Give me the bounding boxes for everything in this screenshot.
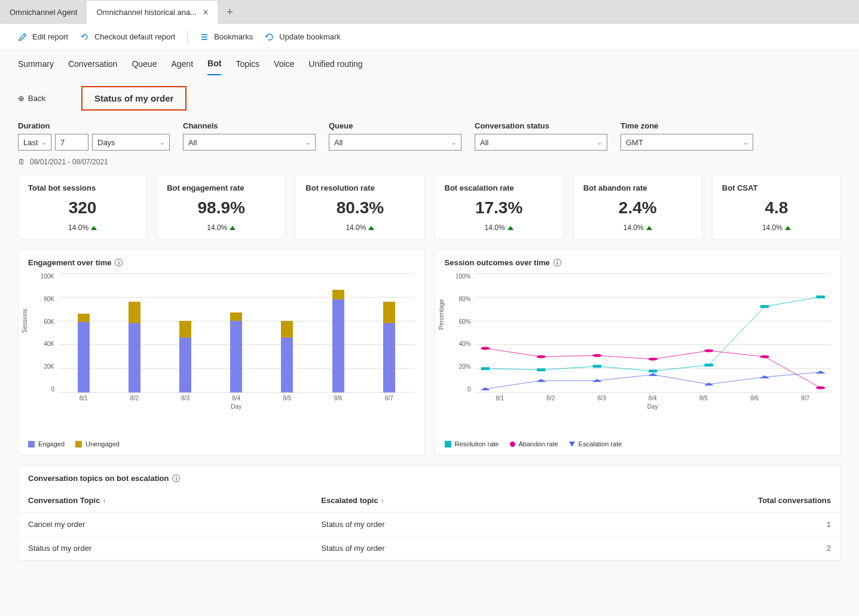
topic-title: Status of my order bbox=[81, 86, 187, 111]
arrow-up-icon bbox=[230, 226, 236, 230]
chart-legend: Resolution rate Abandon rate Escalation … bbox=[445, 440, 832, 448]
filter-label: Time zone bbox=[620, 121, 753, 130]
column-header[interactable]: Total conversations bbox=[562, 489, 840, 513]
cell-topic: Status of my order bbox=[19, 537, 311, 560]
select-value: All bbox=[188, 138, 197, 147]
bar bbox=[78, 314, 90, 393]
escalation-table: Conversation Topic↑ Escalated topic↑ Tot… bbox=[19, 489, 840, 560]
close-icon[interactable]: × bbox=[203, 7, 208, 18]
bookmarks-button[interactable]: Bookmarks bbox=[200, 32, 253, 42]
filter-label: Channels bbox=[183, 121, 316, 130]
filter-status: Conversation status All ⌄ bbox=[475, 121, 607, 151]
kpi-value: 17.3% bbox=[445, 198, 554, 217]
column-header[interactable]: Escalated topic↑ bbox=[311, 489, 562, 513]
back-button[interactable]: ⊕ Back bbox=[18, 94, 45, 103]
date-range-display: 🗓 08/01/2021 - 08/07/2021 bbox=[0, 155, 859, 174]
arrow-up-icon bbox=[785, 226, 791, 230]
kpi-delta: 14.0% bbox=[583, 223, 692, 232]
kpi-title: Bot abandon rate bbox=[583, 183, 692, 192]
chart-body: Sessions 100K80K60K40K20K0 8/18/28/38/48… bbox=[28, 273, 415, 410]
kpi-delta: 14.0% bbox=[445, 223, 554, 232]
svg-rect-5 bbox=[760, 305, 768, 308]
duration-number-input[interactable]: 7 bbox=[55, 134, 88, 151]
svg-point-9 bbox=[592, 354, 602, 357]
filter-timezone: Time zone GMT ⌄ bbox=[620, 121, 753, 151]
legend-item: Abandon rate bbox=[510, 440, 558, 448]
filter-duration: Duration Last ⌄ 7 Days ⌄ bbox=[18, 121, 170, 151]
nav-topics[interactable]: Topics bbox=[236, 59, 259, 75]
filter-label: Conversation status bbox=[475, 121, 607, 130]
cell-escalated: Status of my order bbox=[311, 513, 562, 537]
queue-select[interactable]: All ⌄ bbox=[329, 134, 461, 151]
kpi-row: Total bot sessions 320 14.0% Bot engagem… bbox=[0, 174, 859, 249]
kpi-resolution-rate: Bot resolution rate 80.3% 14.0% bbox=[295, 174, 424, 240]
nav-conversation[interactable]: Conversation bbox=[68, 59, 118, 75]
table-row[interactable]: Cancel my order Status of my order 1 bbox=[19, 513, 840, 537]
chart-body: Percentage 100%80%60%40%20%0 8/18/28/38/… bbox=[445, 273, 832, 410]
legend-swatch-icon bbox=[75, 441, 82, 448]
kpi-value: 320 bbox=[28, 198, 137, 217]
channels-select[interactable]: All ⌄ bbox=[183, 134, 316, 151]
app-tabstrip: Omnichannel Agent Omnichannel historical… bbox=[0, 0, 859, 24]
kpi-delta: 14.0% bbox=[28, 223, 137, 232]
tab-label: Omnichannel historical ana... bbox=[96, 8, 197, 17]
button-label: Update bookmark bbox=[279, 32, 341, 41]
info-icon[interactable]: i bbox=[554, 259, 561, 266]
svg-point-7 bbox=[481, 347, 490, 350]
nav-bot[interactable]: Bot bbox=[207, 59, 221, 75]
nav-agent[interactable]: Agent bbox=[171, 59, 193, 75]
chart-engagement: Engagement over time i Sessions 100K80K6… bbox=[18, 249, 425, 455]
kpi-value: 2.4% bbox=[583, 198, 692, 217]
toolbar-separator bbox=[187, 30, 188, 44]
nav-queue[interactable]: Queue bbox=[132, 59, 157, 75]
cell-total: 2 bbox=[562, 537, 840, 560]
chart-legend: Engaged Unengaged bbox=[28, 440, 415, 448]
sort-asc-icon: ↑ bbox=[381, 497, 384, 504]
timezone-select[interactable]: GMT ⌄ bbox=[620, 134, 753, 151]
duration-last-select[interactable]: Last ⌄ bbox=[18, 134, 51, 151]
edit-report-button[interactable]: Edit report bbox=[18, 32, 68, 42]
chart-title: Engagement over time i bbox=[28, 258, 415, 267]
column-header[interactable]: Conversation Topic↑ bbox=[19, 489, 311, 513]
duration-unit-select[interactable]: Days ⌄ bbox=[92, 134, 170, 151]
svg-point-10 bbox=[648, 357, 658, 360]
kpi-title: Bot resolution rate bbox=[305, 183, 414, 192]
list-icon bbox=[200, 32, 209, 42]
kpi-title: Total bot sessions bbox=[28, 183, 137, 192]
add-tab-button[interactable]: + bbox=[218, 6, 242, 19]
update-bookmark-button[interactable]: Update bookmark bbox=[265, 32, 341, 42]
info-icon[interactable]: i bbox=[115, 259, 123, 266]
info-icon[interactable]: i bbox=[172, 474, 180, 482]
nav-voice[interactable]: Voice bbox=[274, 59, 294, 75]
chart-title: Session outcomes over time i bbox=[445, 258, 832, 267]
chevron-down-icon: ⌄ bbox=[597, 139, 602, 146]
kpi-engagement-rate: Bot engagement rate 98.9% 14.0% bbox=[157, 174, 286, 240]
undo-icon bbox=[80, 32, 90, 42]
header-row: ⊕ Back Status of my order bbox=[0, 75, 859, 121]
filter-label: Queue bbox=[329, 121, 461, 130]
bar bbox=[129, 302, 140, 393]
legend-item: Resolution rate bbox=[445, 440, 499, 448]
svg-rect-3 bbox=[649, 370, 657, 373]
line-series bbox=[475, 273, 832, 393]
svg-rect-6 bbox=[816, 296, 824, 299]
cell-topic: Cancel my order bbox=[19, 513, 311, 537]
app-tab-inactive[interactable]: Omnichannel Agent bbox=[0, 0, 87, 24]
legend-swatch-icon bbox=[28, 441, 35, 448]
table-row[interactable]: Status of my order Status of my order 2 bbox=[19, 537, 840, 560]
charts-row: Engagement over time i Sessions 100K80K6… bbox=[0, 249, 859, 465]
chevron-down-icon: ⌄ bbox=[160, 139, 164, 146]
report-toolbar: Edit report Checkout default report Book… bbox=[0, 24, 859, 50]
legend-item: Engaged bbox=[28, 440, 65, 448]
nav-unified-routing[interactable]: Unified routing bbox=[308, 59, 362, 75]
x-axis-label: Day bbox=[58, 403, 415, 410]
plot-area: 8/18/28/38/48/58/68/7 Day bbox=[58, 273, 415, 410]
select-value: All bbox=[480, 138, 488, 147]
app-tab-active[interactable]: Omnichannel historical ana... × bbox=[87, 0, 218, 24]
nav-summary[interactable]: Summary bbox=[18, 59, 54, 75]
status-select[interactable]: All ⌄ bbox=[475, 134, 607, 151]
filter-label: Duration bbox=[18, 121, 170, 130]
date-range-text: 08/01/2021 - 08/07/2021 bbox=[30, 158, 108, 166]
checkout-default-button[interactable]: Checkout default report bbox=[80, 32, 175, 42]
plot-area: 8/18/28/38/48/58/68/7 Day bbox=[475, 273, 832, 410]
